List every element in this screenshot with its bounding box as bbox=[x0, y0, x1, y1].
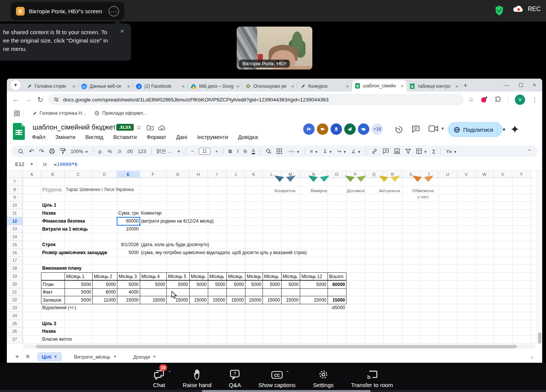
format-currency-icon[interactable]: р. bbox=[98, 149, 103, 154]
increase-decimal-icon[interactable]: .00 bbox=[126, 149, 133, 154]
plan-value-cell[interactable]: 6000 bbox=[93, 288, 117, 296]
text-wrap-icon[interactable]: ↪ ▼ bbox=[337, 149, 346, 154]
side-panel-collapse-icon[interactable]: ‹ bbox=[531, 354, 533, 360]
qa-button[interactable]: ? Q&A bbox=[229, 367, 241, 388]
menu-view[interactable]: Вигляд bbox=[85, 134, 103, 140]
row-header-11[interactable]: 11 bbox=[7, 209, 23, 217]
video-dropdown-caret[interactable]: ▼ bbox=[441, 126, 445, 131]
font-size-decrease-icon[interactable]: − bbox=[191, 149, 194, 154]
collaborator-avatar[interactable] bbox=[358, 123, 369, 135]
plan-value-cell[interactable]: 5000 bbox=[167, 280, 190, 288]
row-header-18[interactable]: 18 bbox=[7, 264, 23, 272]
browser-tab-1[interactable]: Головна сторін× bbox=[24, 81, 78, 92]
collaborator-avatar[interactable] bbox=[344, 123, 356, 135]
row-header-7[interactable]: 7 bbox=[7, 178, 23, 186]
sheet-cell-B27[interactable]: Власне житло bbox=[41, 335, 73, 343]
plan-value-cell[interactable]: 15000 bbox=[263, 296, 282, 304]
plan-table-header[interactable]: Всього bbox=[328, 273, 347, 281]
row-header-26[interactable]: 26 bbox=[7, 327, 23, 335]
column-header-K[interactable]: K bbox=[245, 171, 263, 178]
row-header-16[interactable]: 16 bbox=[7, 249, 23, 257]
plan-value-cell[interactable]: 5000 bbox=[65, 288, 93, 296]
italic-icon[interactable]: I bbox=[237, 148, 239, 154]
captions-chevron-icon[interactable]: ⌃ bbox=[286, 370, 289, 375]
bold-icon[interactable]: B bbox=[228, 149, 232, 154]
name-box[interactable]: E12▼ bbox=[7, 161, 36, 167]
column-header-W[interactable]: W bbox=[476, 171, 494, 178]
browser-tab-5[interactable]: Оголошуємо ре× bbox=[242, 81, 297, 92]
column-header-U[interactable]: U bbox=[438, 171, 457, 178]
plan-table-header[interactable]: Місяць bbox=[208, 273, 227, 281]
plan-value-cell[interactable]: 5000 bbox=[263, 280, 282, 288]
browser-menu-icon[interactable]: ⋮ bbox=[532, 96, 538, 103]
window-minimize-icon[interactable]: — bbox=[504, 82, 509, 88]
plan-value-cell[interactable]: 5000 bbox=[190, 280, 208, 288]
plan-value-cell[interactable]: 15000 bbox=[117, 296, 140, 304]
bookmark-item-1[interactable]: Головна сторінка Н... bbox=[32, 111, 86, 116]
chat-chevron-icon[interactable]: ⌃ bbox=[168, 370, 171, 375]
plan-value-cell[interactable]: 11000 bbox=[93, 296, 117, 304]
comments-icon[interactable] bbox=[411, 125, 420, 133]
tab-close-icon[interactable]: × bbox=[400, 83, 404, 89]
address-bar[interactable]: docs.google.com/spreadsheets/d/1LoE8W029… bbox=[48, 94, 464, 105]
toolbar-search-icon[interactable] bbox=[17, 148, 24, 155]
plan-value-cell[interactable] bbox=[190, 288, 208, 296]
sheet-cell-O23[interactable]: -45000 bbox=[328, 304, 346, 312]
paint-format-icon[interactable] bbox=[60, 148, 66, 154]
sheet-tab-income[interactable]: Доходи▼ bbox=[129, 352, 161, 362]
plan-value-cell[interactable]: 5000 bbox=[117, 280, 140, 288]
plan-table-header[interactable]: Місяць 2 bbox=[93, 273, 117, 281]
borders-icon[interactable] bbox=[276, 148, 282, 154]
plan-table-header[interactable]: Місяць 1 bbox=[65, 273, 93, 281]
plan-table-header[interactable]: Місяць bbox=[227, 273, 245, 281]
tab-close-icon[interactable]: × bbox=[346, 84, 349, 89]
bookmark-item-2[interactable]: Приклади оформл... bbox=[94, 111, 147, 116]
row-header-20[interactable]: 20 bbox=[7, 280, 23, 288]
plan-total-cell[interactable]: 60000 bbox=[328, 280, 347, 288]
plan-value-cell[interactable]: 15000 bbox=[167, 296, 190, 304]
sheet-cell-B25[interactable]: Ціль 2 bbox=[41, 320, 57, 328]
raise-hand-button[interactable]: Raise hand bbox=[183, 367, 212, 388]
filter-icon[interactable] bbox=[405, 149, 411, 154]
sheet-tab-goals[interactable]: Цілі▼ bbox=[37, 352, 62, 362]
menu-format[interactable]: Формат bbox=[147, 134, 166, 140]
column-header-B[interactable]: B bbox=[41, 171, 65, 178]
insert-chart-icon[interactable] bbox=[394, 148, 400, 154]
sheet-cell-F16[interactable]: (сума, яку потрібно щомісячно відкладати… bbox=[140, 249, 308, 257]
sheet-cell-B8[interactable]: Родина bbox=[41, 186, 63, 194]
shared-screen-tab[interactable]: B Вікторія Ролік, НБУ's screen ··· bbox=[11, 2, 124, 20]
apps-grid-icon[interactable] bbox=[14, 110, 20, 117]
new-tab-icon[interactable]: + bbox=[464, 82, 467, 89]
transfer-to-room-button[interactable]: Transfer to room bbox=[351, 367, 393, 388]
row-header-22[interactable]: 22 bbox=[7, 296, 23, 304]
menu-edit[interactable]: Змінити bbox=[55, 134, 76, 140]
row-header-19[interactable]: 19 bbox=[7, 272, 23, 280]
more-options-icon[interactable]: ··· bbox=[109, 6, 119, 16]
menu-help[interactable]: Довідка bbox=[238, 134, 258, 140]
plan-value-cell[interactable] bbox=[245, 288, 263, 296]
formula-input[interactable]: =10000*6 bbox=[54, 161, 78, 167]
plan-value-cell[interactable]: 4000 bbox=[117, 288, 140, 296]
plan-value-cell[interactable]: 5000 bbox=[140, 280, 167, 288]
add-sheet-icon[interactable]: + bbox=[15, 353, 19, 360]
row-header-23[interactable]: 23 bbox=[7, 304, 23, 312]
vertical-scrollbar[interactable] bbox=[537, 171, 542, 344]
sheet-cell-E15[interactable]: 8/1/2026 bbox=[117, 241, 140, 249]
sheet-cell-B11[interactable]: Назва bbox=[41, 209, 57, 217]
sheet-cell-B10[interactable]: Ціль 1 bbox=[41, 201, 57, 209]
plan-value-cell[interactable]: 5000 bbox=[65, 296, 93, 304]
row-header-21[interactable]: 21 bbox=[7, 288, 23, 296]
tab-close-icon[interactable]: × bbox=[236, 84, 239, 89]
sheet-cell-E16[interactable]: 5000 bbox=[117, 249, 140, 257]
plan-value-cell[interactable]: 5000 bbox=[282, 280, 300, 288]
fill-color-icon[interactable] bbox=[265, 148, 271, 154]
row-header-9[interactable]: 9 bbox=[7, 194, 23, 202]
browser-tab-active[interactable]: шаблон_сімейн× bbox=[352, 80, 407, 92]
sheet-cell-E12[interactable]: 60000 bbox=[117, 217, 140, 225]
browser-tab-2[interactable]: zm Данные веб-се× bbox=[78, 81, 133, 92]
tab-close-icon[interactable]: × bbox=[127, 84, 130, 89]
column-header-Y[interactable]: Y bbox=[512, 171, 531, 178]
browser-tab-6[interactable]: Конкурси× bbox=[297, 81, 352, 92]
plan-table-header[interactable]: Місяць bbox=[282, 273, 300, 281]
plan-value-cell[interactable] bbox=[300, 288, 328, 296]
